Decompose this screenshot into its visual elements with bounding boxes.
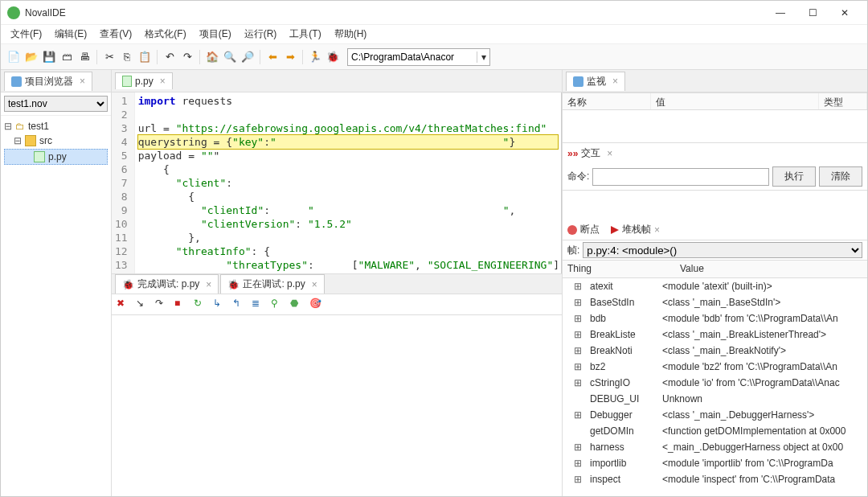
maximize-button[interactable]: ☐ (796, 2, 829, 24)
watch-icon[interactable]: ⚲ (271, 298, 285, 312)
debug-icon[interactable]: 🐞 (325, 49, 341, 65)
code-line-7[interactable]: "client": (138, 176, 558, 190)
undo-icon[interactable]: ↶ (162, 49, 178, 65)
menu-file[interactable]: 文件(F) (4, 26, 48, 43)
var-row[interactable]: ⊞inspect<module 'inspect' from 'C:\\Prog… (563, 471, 867, 487)
code-line-13[interactable]: "threatTypes": ["MALWARE", "SOCIAL_ENGIN… (138, 258, 558, 272)
cut-icon[interactable]: ✂ (101, 49, 117, 65)
close-icon[interactable]: × (80, 76, 85, 87)
close-icon[interactable]: × (312, 279, 317, 290)
print-icon[interactable]: 🖶 (76, 49, 92, 65)
interpreter-dropdown-button[interactable]: ▾ (477, 51, 489, 63)
save-icon[interactable]: 💾 (41, 49, 57, 65)
menu-edit[interactable]: 编辑(E) (48, 26, 93, 43)
close-icon[interactable]: × (654, 224, 660, 236)
menu-tools[interactable]: 工具(T) (283, 26, 327, 43)
minimize-button[interactable]: — (764, 2, 796, 24)
paste-icon[interactable]: 📋 (137, 49, 153, 65)
code-line-3[interactable]: url = "https://safebrowsing.googleapis.c… (138, 121, 558, 135)
step-into-icon[interactable]: ↘ (136, 298, 150, 312)
menu-project[interactable]: 项目(E) (193, 26, 238, 43)
nav-back-icon[interactable]: ⬅ (264, 49, 280, 65)
var-row[interactable]: DEBUG_UIUnknown (563, 391, 867, 407)
clear-button[interactable]: 清除 (819, 166, 862, 187)
var-row[interactable]: ⊞BreakNoti<class '_main_.BreakNotify'> (563, 343, 867, 359)
project-browser-tab[interactable]: 项目浏览器 × (4, 72, 92, 91)
home-icon[interactable]: 🏠 (204, 49, 220, 65)
command-input[interactable] (592, 168, 769, 186)
expand-icon[interactable]: ⊟ (4, 121, 12, 132)
debug-done-tab[interactable]: 🐞 完成调试: p.py × (115, 274, 219, 294)
stack-frames-tab[interactable]: 堆栈帧 × (611, 223, 660, 236)
new-file-icon[interactable]: 📄 (6, 49, 22, 65)
menu-format[interactable]: 格式化(F) (138, 26, 192, 43)
var-row[interactable]: ⊞Debugger<class '_main_.DebuggerHarness'… (563, 407, 867, 423)
tree-file-ppy[interactable]: p.py (4, 149, 108, 165)
breakpoints-tab[interactable]: 断点 (567, 223, 600, 236)
watch-tab[interactable]: 监视 × (566, 72, 625, 91)
clear-breakpoints-icon[interactable]: 🎯 (309, 298, 324, 312)
code-editor[interactable]: 123456789101112131415161718192021222324 … (112, 92, 562, 273)
var-row[interactable]: ⊞BaseStdIn<class '_main_.BaseStdIn'> (563, 294, 867, 310)
code-line-4[interactable]: querystring = {"key":" "} (138, 135, 558, 149)
close-icon[interactable]: × (612, 76, 618, 87)
menu-view[interactable]: 查看(V) (93, 26, 138, 43)
step-out-icon[interactable]: ↰ (232, 298, 247, 312)
var-row[interactable]: ⊞bdb<module 'bdb' from 'C:\\ProgramData\… (563, 310, 867, 327)
run-button[interactable]: 执行 (772, 166, 816, 187)
open-icon[interactable]: 📂 (23, 49, 39, 65)
breakpoint-toggle-icon[interactable]: ⬣ (290, 298, 305, 312)
code-line-14[interactable]: "platformTypes": ["WINDOWS"], (138, 272, 558, 273)
var-row[interactable]: ⊞cStringIO<module 'io' from 'C:\\Program… (563, 375, 867, 391)
var-row[interactable]: ⊞bz2<module 'bz2' from 'C:\\ProgramData\… (563, 359, 867, 375)
code-line-9[interactable]: "clientId": " ", (138, 203, 558, 217)
watch-body[interactable] (563, 110, 867, 142)
interpreter-path-input[interactable] (348, 50, 477, 64)
code-line-11[interactable]: }, (138, 231, 558, 244)
code-line-8[interactable]: { (138, 190, 558, 203)
code-line-5[interactable]: payload = """ (138, 149, 558, 162)
watch-col-name: 名称 (563, 93, 651, 109)
nav-fwd-icon[interactable]: ➡ (282, 49, 298, 65)
run-icon[interactable]: 🏃 (307, 49, 323, 65)
tree-src[interactable]: ⊟ src (2, 133, 109, 148)
step-next-icon[interactable]: ≣ (252, 298, 266, 312)
code-line-6[interactable]: { (138, 162, 558, 176)
editor-tabbar: p.py × (112, 70, 562, 92)
frame-select[interactable]: p.py:4: <module>() (583, 242, 862, 258)
copy-icon[interactable]: ⎘ (119, 49, 135, 65)
code-line-1[interactable]: import requests (138, 94, 558, 108)
var-row[interactable]: ⊞importlib<module 'importlib' from 'C:\\… (563, 455, 867, 471)
stop-debug-icon[interactable]: ■ (174, 298, 189, 312)
stop-on-exception-icon[interactable]: ✖ (117, 298, 131, 312)
step-in-icon[interactable]: ↳ (213, 298, 227, 312)
save-all-icon[interactable]: 🗃 (59, 49, 75, 65)
close-button[interactable]: ✕ (829, 2, 861, 24)
close-icon[interactable]: × (160, 76, 166, 87)
resume-icon[interactable]: ↻ (194, 298, 208, 312)
variables-tree[interactable]: ⊞atexit<module 'atexit' (built-in)>⊞Base… (563, 278, 867, 496)
expand-icon[interactable]: ⊟ (14, 135, 22, 146)
step-over-icon[interactable]: ↷ (155, 298, 170, 312)
code-line-2[interactable] (138, 108, 558, 121)
search-icon[interactable]: 🔍 (222, 49, 238, 65)
var-row[interactable]: ⊞harness<_main_.DebuggerHarness object a… (563, 439, 867, 455)
code-line-10[interactable]: "clientVersion": "1.5.2" (138, 217, 558, 231)
search-project-icon[interactable]: 🔎 (240, 49, 256, 65)
redo-icon[interactable]: ↷ (179, 49, 195, 65)
project-select[interactable]: test1.nov (4, 96, 108, 112)
var-row[interactable]: getDOMIn<function getDOMImplementation a… (563, 423, 867, 439)
tree-root[interactable]: ⊟ 🗀 test1 (2, 119, 109, 133)
debug-done-label: 完成调试: p.py (137, 277, 199, 291)
debug-running-tab[interactable]: 🐞 正在调试: p.py × (220, 274, 324, 294)
close-icon[interactable]: × (607, 148, 612, 159)
var-row[interactable]: ⊞BreakListe<class '_main_.BreakListenerT… (563, 327, 867, 343)
menu-run[interactable]: 运行(R) (238, 26, 284, 43)
menu-help[interactable]: 帮助(H) (328, 26, 374, 43)
code-line-12[interactable]: "threatInfo": { (138, 244, 558, 258)
line-gutter: 123456789101112131415161718192021222324 (112, 92, 135, 273)
var-row[interactable]: ⊞atexit<module 'atexit' (built-in)> (563, 278, 867, 294)
close-icon[interactable]: × (206, 279, 211, 290)
code-area[interactable]: import requests url = "https://safebrows… (135, 92, 561, 273)
editor-tab-ppy[interactable]: p.py × (115, 72, 173, 89)
